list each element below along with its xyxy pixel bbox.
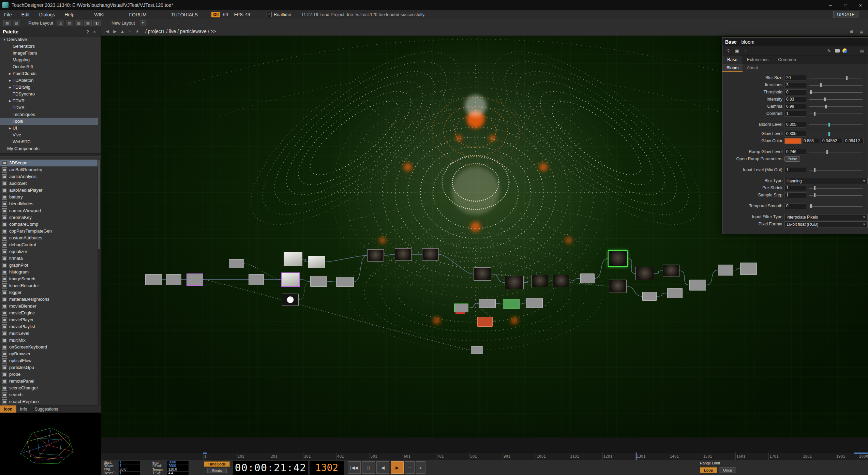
- minimize-button[interactable]: −: [823, 0, 838, 10]
- new-layout-button[interactable]: New Layout: [111, 20, 135, 26]
- palette-item-remotepanel[interactable]: remotePanel: [0, 378, 98, 385]
- playhead[interactable]: [636, 452, 637, 460]
- beats-mode-button[interactable]: Beats: [207, 468, 227, 473]
- param-slider-knob[interactable]: [810, 90, 812, 94]
- param-value-field[interactable]: 0.305: [784, 131, 806, 137]
- menu-dialogs[interactable]: Dialogs: [39, 12, 55, 17]
- palette-item-blendmodes[interactable]: blendModes: [0, 201, 98, 207]
- tree-item-techniques[interactable]: Techniques: [0, 111, 98, 118]
- link-forum[interactable]: FORUM: [129, 12, 147, 17]
- menu-help[interactable]: Help: [64, 12, 74, 17]
- param-slider-track[interactable]: [809, 85, 863, 86]
- pane-layout-preset-icon-2[interactable]: ▥: [75, 20, 83, 26]
- add-parameter-icon[interactable]: +: [850, 48, 856, 54]
- pulse-button[interactable]: Pulse: [784, 156, 800, 162]
- palette-item-movieplayer[interactable]: moviePlayer: [0, 316, 98, 323]
- tree-item-tdsynchro[interactable]: TDSynchro: [0, 91, 98, 98]
- tree-item-derivative[interactable]: ▼Derivative: [0, 36, 98, 43]
- palette-help-button[interactable]: ?: [84, 29, 91, 34]
- param-dropdown[interactable]: Interpolate Pixels▼: [784, 214, 868, 220]
- palette-item-onscreenkeyboard[interactable]: onScreenKeyboard: [0, 344, 98, 351]
- param-slider-track[interactable]: [809, 134, 863, 134]
- palette-item-multimix[interactable]: multiMix: [0, 337, 98, 344]
- operator-node-3[interactable]: [229, 259, 244, 268]
- param-slider-knob[interactable]: [825, 104, 827, 109]
- back-arrow-icon[interactable]: ◀: [104, 29, 111, 34]
- param-slider-knob[interactable]: [845, 76, 848, 80]
- tree-item-tdbitwig[interactable]: ▶TDBitwig: [0, 84, 98, 91]
- tree-item-pointclouds[interactable]: ▶PointClouds: [0, 70, 98, 77]
- param-slider-track[interactable]: [809, 170, 863, 170]
- palette-item-firmata[interactable]: firmata: [0, 255, 98, 262]
- palette-item-debugcontrol[interactable]: debugControl: [0, 241, 98, 248]
- operator-node-17[interactable]: [553, 275, 569, 287]
- close-button[interactable]: ×: [853, 0, 868, 10]
- operator-node-20[interactable]: [609, 280, 627, 293]
- field-end[interactable]: 2000: [167, 461, 189, 464]
- help-icon[interactable]: ?: [725, 48, 731, 54]
- palette-item-movieengine[interactable]: movieEngine: [0, 310, 98, 316]
- palette-tab-info[interactable]: Info: [16, 405, 31, 413]
- field-rstart[interactable]: 1: [119, 464, 140, 468]
- step-back-button[interactable]: −: [405, 461, 415, 474]
- bookmark-icon[interactable]: ★: [134, 29, 141, 34]
- tree-item-ui[interactable]: ▶UI: [0, 125, 98, 132]
- parameter-panel-header[interactable]: Base bloom: [722, 38, 868, 46]
- param-value-field[interactable]: 1: [784, 167, 806, 173]
- range-start-marker[interactable]: [203, 452, 207, 454]
- palette-item-customattributes[interactable]: customAttributes: [0, 235, 98, 241]
- range-end-marker[interactable]: [854, 452, 868, 454]
- target-icon[interactable]: ◎: [859, 48, 865, 54]
- param-dropdown[interactable]: Hanning▼: [784, 178, 868, 184]
- frame-counter[interactable]: 1302: [310, 461, 344, 475]
- param-value-field[interactable]: 0.99: [784, 104, 806, 109]
- timecode-mode-button[interactable]: TimeCode: [204, 461, 230, 467]
- edit-pencil-icon[interactable]: ✎: [826, 48, 832, 54]
- param-slider-track[interactable]: [809, 99, 863, 100]
- palette-close-button[interactable]: ×: [91, 29, 98, 34]
- loop-button[interactable]: Loop: [700, 467, 717, 473]
- palette-tab-suggestions[interactable]: Suggestions: [31, 405, 62, 413]
- tree-item-tdvr[interactable]: ▶TDVR: [0, 98, 98, 104]
- palette-item-cameraviewport[interactable]: cameraViewport: [0, 207, 98, 214]
- tree-item-vive[interactable]: Vive: [0, 132, 98, 138]
- color-component-field[interactable]: 0.34552: [821, 138, 843, 143]
- operator-node-14[interactable]: [474, 267, 491, 281]
- palette-item-equalizer[interactable]: equalizer: [0, 248, 98, 255]
- param-slider-knob[interactable]: [813, 186, 816, 190]
- param-page-about[interactable]: About: [743, 64, 762, 72]
- add-icon[interactable]: +: [126, 29, 134, 34]
- menu-file[interactable]: File: [4, 12, 12, 17]
- operator-node-5[interactable]: [284, 252, 302, 266]
- color-swatch[interactable]: [784, 138, 802, 144]
- palette-item-logger[interactable]: logger: [0, 289, 98, 296]
- palette-item-cppparstemplategen[interactable]: cppParsTemplateGen: [0, 228, 98, 235]
- comment-icon[interactable]: [835, 49, 840, 53]
- pane-layout-preset-icon-1[interactable]: ▤: [66, 20, 73, 26]
- palette-item-3dscope[interactable]: 3DScope: [0, 160, 98, 166]
- palette-item-particlesgpu[interactable]: particlesGpu: [0, 364, 98, 371]
- operator-node-10[interactable]: [336, 277, 354, 287]
- operator-node-11[interactable]: [367, 249, 384, 262]
- rows-icon[interactable]: ▤: [858, 29, 865, 34]
- palette-item-comparecomp[interactable]: compareComp: [0, 221, 98, 228]
- play-button[interactable]: ▶: [391, 461, 404, 474]
- preview-icon[interactable]: ▣: [734, 48, 740, 54]
- param-slider-track[interactable]: [809, 195, 863, 196]
- palette-item-audioset[interactable]: audioSet: [0, 180, 98, 187]
- palette-item-opbrowser[interactable]: opBrowser: [0, 351, 98, 357]
- param-slider-track[interactable]: [809, 78, 863, 78]
- param-tab-base[interactable]: Base: [722, 56, 742, 64]
- param-slider-knob[interactable]: [820, 83, 822, 87]
- operator-node-32[interactable]: [526, 298, 543, 308]
- jump-start-button[interactable]: |◀◀: [348, 461, 361, 474]
- param-tab-common[interactable]: Common: [773, 56, 801, 64]
- menu-edit[interactable]: Edit: [21, 12, 30, 17]
- operator-node-19[interactable]: [608, 250, 628, 267]
- operator-node-30[interactable]: [477, 317, 493, 327]
- param-slider-knob[interactable]: [810, 204, 812, 208]
- param-slider-knob[interactable]: [813, 193, 816, 197]
- color-component-field[interactable]: 0.09412: [844, 138, 864, 143]
- field-tsig[interactable]: 4 4: [167, 472, 189, 475]
- palette-item-scenechanger[interactable]: sceneChanger: [0, 385, 98, 391]
